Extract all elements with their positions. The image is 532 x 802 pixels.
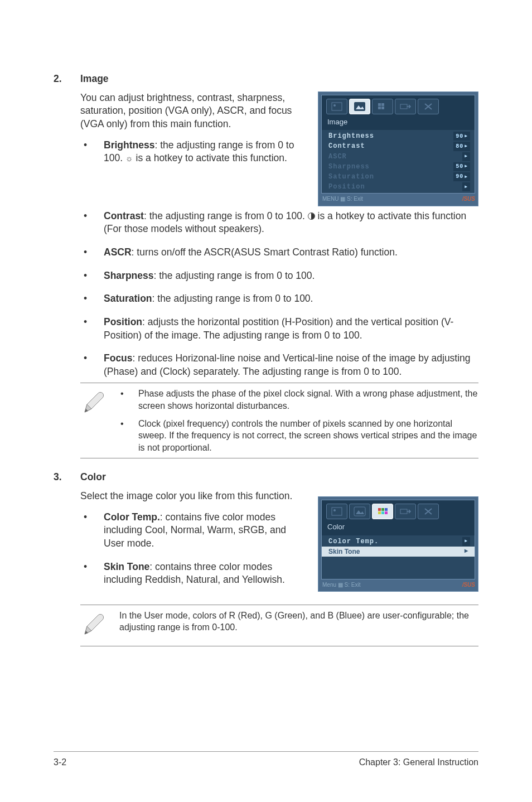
osd-tab-input-icon (395, 99, 416, 114)
contrast-icon (308, 212, 315, 220)
osd-tab-color-icon (372, 99, 393, 114)
svg-rect-16 (378, 511, 381, 514)
osd-row: Skin Tone▶ (322, 547, 475, 557)
bullet-mark: • (80, 352, 104, 378)
chapter-label: Chapter 3: General Instruction (359, 756, 478, 769)
osd-tab-splendid-icon (326, 504, 347, 519)
svg-rect-6 (378, 107, 381, 109)
bullet-ascr: ASCR: turns on/off the ASCR(ASUS Smart C… (104, 246, 478, 259)
svg-rect-0 (332, 103, 342, 110)
svg-rect-7 (381, 107, 384, 109)
osd-brand: /SUS (462, 195, 475, 203)
bullet-mark: • (80, 561, 104, 587)
bullet-color-temp: Color Temp.: contains five color modes i… (104, 511, 307, 550)
bullet-mark: • (80, 139, 104, 165)
svg-rect-9 (332, 508, 342, 515)
sun-icon: ☼ (125, 153, 133, 163)
osd-tab-input-icon (395, 504, 416, 519)
osd-row: Saturation90▶ (322, 172, 475, 182)
svg-rect-13 (378, 508, 381, 511)
bullet-mark: • (119, 388, 138, 412)
bullet-saturation: Saturation: the adjusting range is from … (104, 292, 478, 306)
osd-brand: /SUS (462, 581, 475, 589)
page-number: 3-2 (54, 756, 66, 769)
osd-tab-image-icon (349, 99, 370, 114)
svg-rect-2 (354, 102, 365, 111)
bullet-mark: • (80, 246, 104, 259)
svg-rect-17 (381, 511, 384, 514)
osd-row: Position▶ (322, 182, 475, 192)
osd-row: Color Temp.▶ (322, 537, 475, 547)
section3-intro: Select the image color you like from thi… (80, 490, 307, 503)
svg-rect-8 (400, 104, 407, 109)
section-title: Image (80, 73, 109, 86)
bullet-mark: • (80, 269, 104, 283)
svg-marker-12 (356, 510, 364, 514)
osd-tab-image-icon (349, 504, 370, 519)
note-box: In the User mode, colors of R (Red), G (… (80, 605, 478, 647)
osd-tab-splendid-icon (326, 99, 347, 114)
svg-rect-4 (378, 103, 381, 106)
bullet-contrast: Contrast: the adjusting range is from 0 … (104, 210, 478, 236)
bullet-mark: • (80, 292, 104, 306)
bullet-position: Position: adjusts the horizontal postiti… (104, 316, 478, 342)
bullet-focus: Focus: reduces Horizonal-line noise and … (104, 352, 478, 378)
section-number: 2. (54, 73, 80, 86)
svg-point-10 (333, 509, 336, 511)
osd-footer-left: MENU ▦ S: Exit (322, 195, 363, 203)
svg-rect-5 (381, 103, 384, 106)
bullet-sharpness: Sharpness: the adjusting range is from 0… (104, 269, 478, 283)
svg-rect-19 (400, 509, 407, 514)
svg-rect-15 (385, 508, 388, 511)
pencil-icon (80, 610, 108, 642)
bullet-mark: • (80, 511, 104, 550)
svg-rect-11 (354, 507, 365, 516)
osd-title: Color (322, 521, 475, 535)
osd-color-screenshot: Color Color Temp.▶ Skin Tone▶ Menu ▦ S: … (318, 496, 478, 592)
osd-footer-left: Menu ▦ S: Exit (322, 581, 360, 589)
section2-intro: You can adjust brightness, contrast, sha… (80, 91, 307, 131)
osd-tab-exit-icon (418, 99, 439, 114)
page-footer: 3-2 Chapter 3: General Instruction (54, 751, 478, 769)
svg-point-1 (333, 104, 336, 107)
note-user-mode: In the User mode, colors of R (Red), G (… (119, 610, 478, 634)
note-phase: Phase adjusts the phase of the pixel clo… (138, 388, 478, 412)
svg-rect-14 (381, 508, 384, 511)
osd-tab-exit-icon (418, 504, 439, 519)
osd-image-screenshot: Image Brightness90▶ Contrast80▶ ASCR▶ Sh… (318, 91, 478, 206)
bullet-brightness: Brightness: the adjusting range is from … (104, 139, 307, 165)
osd-tab-color-icon (372, 504, 393, 519)
section-number: 3. (54, 471, 80, 484)
osd-row: ASCR▶ (322, 152, 475, 162)
bullet-mark: • (80, 210, 104, 236)
bullet-skin-tone: Skin Tone: contains three color modes in… (104, 561, 307, 587)
note-box: • Phase adjusts the phase of the pixel c… (80, 383, 478, 458)
osd-row: Brightness90▶ (322, 131, 475, 141)
bullet-mark: • (119, 418, 138, 454)
bullet-mark: • (80, 316, 104, 342)
section-title: Color (80, 471, 106, 484)
note-clock: Clock (pixel frequency) controls the num… (138, 418, 478, 454)
osd-row: Contrast80▶ (322, 141, 475, 151)
osd-row: Sharpness50▶ (322, 162, 475, 172)
osd-title: Image (322, 116, 475, 131)
svg-rect-18 (385, 511, 388, 514)
pencil-icon (80, 388, 108, 420)
